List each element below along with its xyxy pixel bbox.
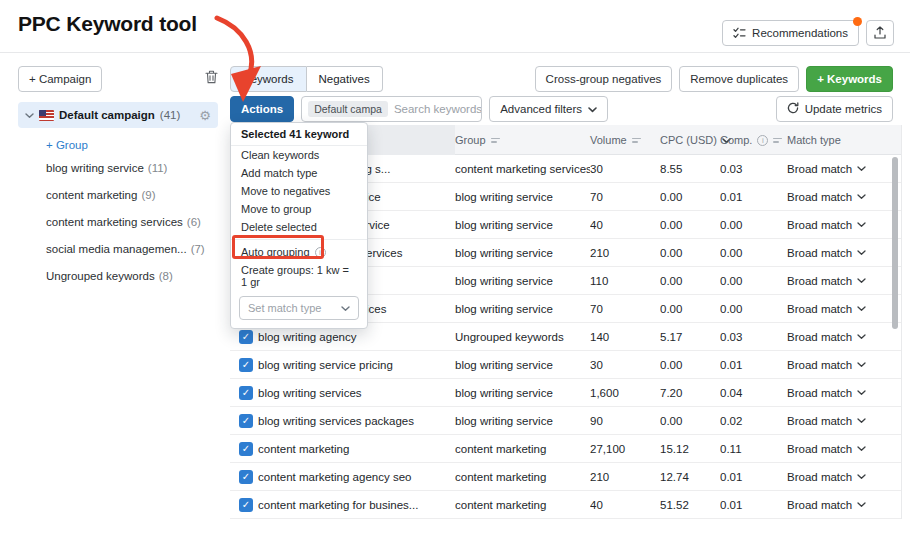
sidebar-item-default-campaign[interactable]: Default campaign (41) ⚙	[18, 102, 218, 128]
keyword-cell[interactable]: blog writing services packages	[258, 415, 455, 427]
row-checkbox[interactable]: ✓	[230, 386, 258, 400]
group-label: blog writing service	[46, 162, 144, 174]
vertical-scrollbar[interactable]	[892, 157, 898, 329]
row-checkbox[interactable]: ✓	[230, 330, 258, 344]
checkbox-check-icon: ✓	[239, 442, 253, 456]
group-count: (9)	[141, 189, 155, 201]
menu-item[interactable]: Move to group	[231, 200, 367, 218]
cross-group-negatives-button[interactable]: Cross-group negatives	[535, 66, 673, 92]
match-type-select[interactable]: Broad match	[787, 415, 901, 427]
group-cell: content marketing services	[455, 163, 590, 175]
recommendations-button[interactable]: Recommendations	[722, 20, 859, 46]
volume-cell: 40	[590, 219, 660, 231]
header-comp[interactable]: Comp. i	[720, 134, 787, 146]
match-type-select[interactable]: Broad match	[787, 191, 901, 203]
group-cell: Ungrouped keywords	[455, 331, 590, 343]
advanced-filters-button[interactable]: Advanced filters	[489, 96, 608, 122]
menu-item[interactable]: Clean keywords	[231, 146, 367, 164]
keyword-cell[interactable]: blog writing service pricing	[258, 359, 455, 371]
remove-duplicates-button[interactable]: Remove duplicates	[679, 66, 799, 92]
match-type-select[interactable]: Broad match	[787, 387, 901, 399]
match-type-select[interactable]: Broad match	[787, 163, 901, 175]
sort-icon[interactable]	[773, 138, 782, 143]
match-type-select[interactable]: Broad match	[787, 219, 901, 231]
group-cell: blog writing service	[455, 275, 590, 287]
header-group[interactable]: Group	[455, 134, 590, 146]
notification-dot	[853, 17, 862, 26]
match-type-select[interactable]: Broad match	[787, 359, 901, 371]
add-keywords-button[interactable]: + Keywords	[806, 66, 893, 92]
row-checkbox[interactable]: ✓	[230, 414, 258, 428]
sidebar-group-item[interactable]: Ungrouped keywords(8)	[18, 262, 218, 289]
sidebar-group-item[interactable]: content marketing(9)	[18, 181, 218, 208]
sidebar-group-item[interactable]: social media managemen...(7)	[18, 235, 218, 262]
search-input[interactable]: Default campa Search keywords	[301, 96, 482, 122]
checkbox-check-icon: ✓	[239, 414, 253, 428]
volume-cell: 30	[590, 359, 660, 371]
cpc-cell: 0.00	[660, 247, 720, 259]
actions-button[interactable]: Actions	[230, 96, 294, 122]
tab-keywords[interactable]: Keywords	[230, 66, 307, 92]
gear-icon[interactable]: ⚙	[199, 109, 211, 122]
add-campaign-button[interactable]: + Campaign	[18, 66, 102, 92]
trash-icon[interactable]	[205, 70, 218, 88]
menu-item[interactable]: Delete selected	[231, 218, 367, 236]
keyword-cell[interactable]: content marketing	[258, 443, 455, 455]
match-type-select[interactable]: Broad match	[787, 247, 901, 259]
comp-cell: 0.02	[720, 415, 787, 427]
sidebar-group-item[interactable]: blog writing service(11)	[18, 154, 218, 181]
match-type-select[interactable]: Broad match	[787, 471, 901, 483]
comp-cell: 0.01	[720, 499, 787, 511]
comp-cell: 0.01	[720, 471, 787, 483]
comp-cell: 0.11	[720, 443, 787, 455]
volume-cell: 210	[590, 247, 660, 259]
row-checkbox[interactable]: ✓	[230, 358, 258, 372]
match-type-select[interactable]: Broad match	[787, 275, 901, 287]
sidebar-group-item[interactable]: content marketing services(6)	[18, 208, 218, 235]
info-icon[interactable]: i	[757, 135, 768, 146]
match-type-select[interactable]: Broad match	[787, 303, 901, 315]
ppc-keyword-tool-page: PPC Keyword tool Recommendations + Campa…	[0, 0, 910, 537]
keyword-cell[interactable]: content marketing agency seo	[258, 471, 455, 483]
volume-cell: 70	[590, 303, 660, 315]
menu-item[interactable]: Move to negatives	[231, 182, 367, 200]
cpc-cell: 12.74	[660, 471, 720, 483]
keyword-cell[interactable]: blog writing services	[258, 387, 455, 399]
match-type-select[interactable]: Broad match	[787, 331, 901, 343]
search-placeholder: Search keywords	[394, 103, 482, 115]
group-count: (11)	[148, 162, 168, 174]
keywords-toolbar: Actions Default campa Search keywords Ad…	[230, 96, 893, 122]
row-checkbox[interactable]: ✓	[230, 498, 258, 512]
export-button[interactable]	[866, 20, 894, 46]
advanced-filters-label: Advanced filters	[500, 103, 582, 115]
cpc-cell: 0.00	[660, 415, 720, 427]
menu-item[interactable]: Add match type	[231, 164, 367, 182]
row-checkbox[interactable]: ✓	[230, 470, 258, 484]
table-row: ✓content marketing agency seocontent mar…	[230, 463, 901, 491]
sort-icon[interactable]	[632, 138, 641, 143]
tab-negatives[interactable]: Negatives	[307, 66, 383, 92]
row-checkbox[interactable]: ✓	[230, 442, 258, 456]
sort-icon[interactable]	[491, 138, 500, 143]
cpc-cell: 5.17	[660, 331, 720, 343]
header-volume[interactable]: Volume	[590, 134, 660, 146]
group-cell: blog writing service	[455, 219, 590, 231]
add-group-link[interactable]: + Group	[46, 139, 218, 151]
recommendations-icon	[733, 27, 746, 40]
keyword-cell[interactable]: content marketing for busines...	[258, 499, 455, 511]
cpc-cell: 0.00	[660, 303, 720, 315]
volume-cell: 140	[590, 331, 660, 343]
actions-dropdown-menu: Selected 41 keyword Clean keywordsAdd ma…	[230, 122, 368, 329]
keyword-cell[interactable]: blog writing agency	[258, 331, 455, 343]
campaign-filter-chip[interactable]: Default campa	[308, 101, 388, 117]
chevron-down-icon[interactable]	[25, 109, 34, 121]
menu-item-auto-grouping[interactable]: Auto grouping i	[231, 243, 367, 261]
update-metrics-button[interactable]: Update metrics	[776, 96, 893, 122]
group-label: content marketing	[46, 189, 137, 201]
match-type-select[interactable]: Broad match	[787, 443, 901, 455]
match-type-select[interactable]: Broad match	[787, 499, 901, 511]
menu-item-create-groups[interactable]: Create groups: 1 kw = 1 gr	[231, 261, 367, 291]
header-cpc[interactable]: CPC (USD)	[660, 134, 720, 146]
set-match-type-select[interactable]: Set match type	[239, 296, 359, 320]
group-cell: content marketing	[455, 471, 590, 483]
